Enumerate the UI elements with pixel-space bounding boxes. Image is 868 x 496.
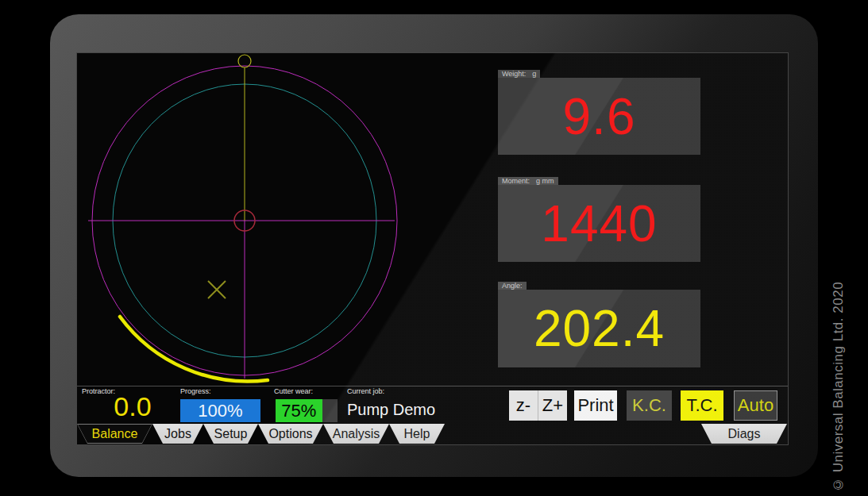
moment-unit: g mm <box>536 177 554 185</box>
cutter-wear-value: 75% <box>276 399 322 422</box>
z-plus-button[interactable]: Z+ <box>538 390 567 421</box>
angle-label-text: Angle: <box>502 282 523 290</box>
tab-help[interactable]: Help <box>389 424 445 444</box>
tab-help-label: Help <box>404 427 430 441</box>
moment-label-text: Moment: <box>502 177 530 185</box>
tab-setup-label: Setup <box>214 427 248 441</box>
tab-setup[interactable]: Setup <box>203 424 258 444</box>
cutter-wear-label: Cutter wear: <box>274 387 313 395</box>
cutter-wear-bar: 75% <box>276 399 338 422</box>
tab-diags-label: Diags <box>728 427 761 441</box>
copyright-text: © Universal Balancing Ltd. 2020 <box>831 240 847 492</box>
weight-label-text: Weight: <box>502 70 526 78</box>
protractor-value: 0.0 <box>95 391 171 422</box>
tab-options-label: Options <box>268 427 312 441</box>
tab-options[interactable]: Options <box>258 424 323 444</box>
tc-button[interactable]: T.C. <box>681 390 723 421</box>
weight-unit: g <box>532 70 536 78</box>
weight-value: 9.6 <box>563 87 636 146</box>
angle-value: 202.4 <box>534 299 665 358</box>
current-job-value: Pump Demo <box>347 401 435 419</box>
print-button[interactable]: Print <box>574 390 617 421</box>
moment-value: 1440 <box>541 194 657 253</box>
screen: Weight:g 9.6 Moment:g mm 1440 Angle: 202… <box>76 52 789 445</box>
z-minus-button[interactable]: z- <box>509 390 538 421</box>
kc-button[interactable]: K.C. <box>627 390 672 421</box>
polar-chart <box>77 53 498 402</box>
tab-balance[interactable]: Balance <box>77 424 152 444</box>
current-job-label: Current job: <box>347 387 384 395</box>
moment-panel: 1440 <box>498 185 700 262</box>
tab-balance-label: Balance <box>92 427 138 441</box>
photo-background: Weight:g 9.6 Moment:g mm 1440 Angle: 202… <box>0 0 868 496</box>
tab-jobs-label: Jobs <box>164 427 191 441</box>
statusbar-divider <box>77 386 788 386</box>
auto-button[interactable]: Auto <box>734 390 777 421</box>
progress-value: 100% <box>180 399 260 422</box>
tab-analysis[interactable]: Analysis <box>323 424 389 444</box>
weight-panel: 9.6 <box>498 78 700 155</box>
unbalance-x-marker <box>208 281 226 298</box>
progress-bar: 100% <box>180 399 260 422</box>
angle-panel: 202.4 <box>498 290 700 367</box>
z-button-group: z- Z+ <box>509 390 567 421</box>
tab-jobs[interactable]: Jobs <box>152 424 203 444</box>
progress-label: Progress: <box>180 387 211 395</box>
tab-diags[interactable]: Diags <box>701 424 787 444</box>
cut-arc <box>120 317 268 382</box>
tab-analysis-label: Analysis <box>333 427 380 441</box>
